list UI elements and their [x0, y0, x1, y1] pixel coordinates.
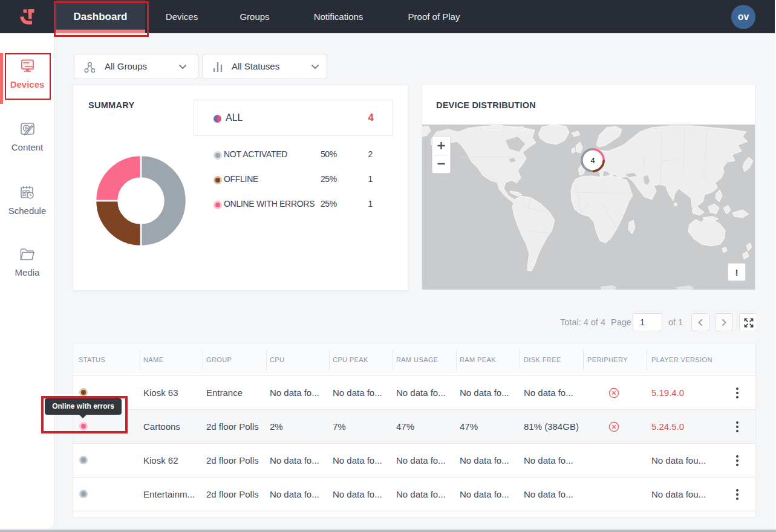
svg-text:4: 4 — [590, 156, 595, 165]
